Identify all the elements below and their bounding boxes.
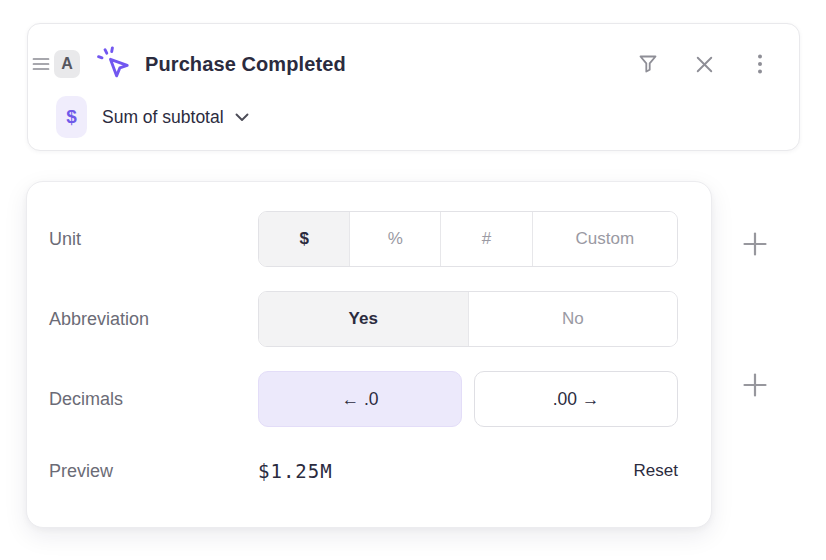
- unit-option-dollar[interactable]: $: [259, 212, 350, 266]
- filter-icon[interactable]: [635, 51, 661, 77]
- metric-label: Sum of subtotal: [102, 107, 224, 128]
- drag-handle-icon[interactable]: [32, 56, 50, 72]
- decimals-increase-button[interactable]: .00 →: [474, 371, 678, 427]
- event-card-actions: [635, 51, 773, 77]
- kebab-menu-icon[interactable]: [747, 51, 773, 77]
- event-title[interactable]: Purchase Completed: [145, 53, 346, 76]
- decimals-row: Decimals ← .0 .00 →: [49, 371, 678, 427]
- dollar-unit-icon: $: [56, 96, 87, 138]
- abbreviation-segmented-control: Yes No: [258, 291, 678, 347]
- chevron-down-icon: [235, 113, 249, 122]
- preview-row: Preview $1.25M Reset: [49, 451, 678, 491]
- decimals-label: Decimals: [49, 389, 258, 410]
- add-filter-plus-icon[interactable]: [741, 371, 769, 399]
- metric-selector[interactable]: Sum of subtotal: [87, 107, 249, 128]
- unit-option-custom[interactable]: Custom: [533, 212, 677, 266]
- abbreviation-row: Abbreviation Yes No: [49, 291, 678, 347]
- cursor-click-icon: [96, 46, 133, 83]
- unit-row: Unit $ % # Custom: [49, 211, 678, 267]
- unit-label: Unit: [49, 229, 258, 250]
- close-icon[interactable]: [691, 51, 717, 77]
- preview-value: $1.25M: [258, 460, 333, 482]
- event-card-header: A Purchase Completed: [32, 46, 773, 82]
- unit-option-number[interactable]: #: [441, 212, 532, 266]
- abbreviation-option-no[interactable]: No: [469, 292, 678, 346]
- reset-button[interactable]: Reset: [634, 461, 678, 481]
- event-group-badge[interactable]: A: [54, 50, 80, 78]
- add-metric-plus-icon[interactable]: [741, 230, 769, 258]
- decimals-decrease-button[interactable]: ← .0: [258, 371, 462, 427]
- decimals-controls: ← .0 .00 →: [258, 371, 678, 427]
- number-format-panel: Unit $ % # Custom Abbreviation Yes No De…: [26, 181, 712, 528]
- abbreviation-label: Abbreviation: [49, 309, 258, 330]
- event-card: A Purchase Completed: [27, 23, 800, 151]
- abbreviation-option-yes[interactable]: Yes: [259, 292, 469, 346]
- preview-label: Preview: [49, 461, 258, 482]
- unit-segmented-control: $ % # Custom: [258, 211, 678, 267]
- unit-option-percent[interactable]: %: [350, 212, 441, 266]
- metric-row: $ Sum of subtotal: [56, 94, 249, 140]
